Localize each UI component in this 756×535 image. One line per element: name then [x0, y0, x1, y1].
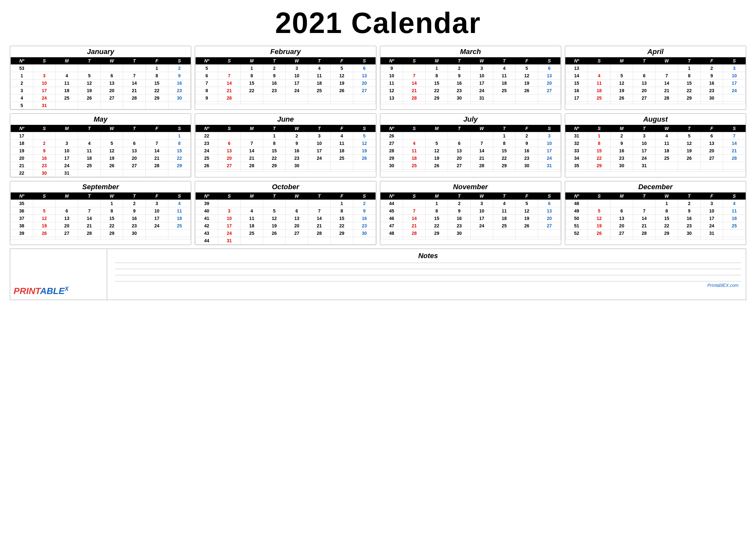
week-row: 1445678910 [565, 72, 745, 80]
day-cell [308, 200, 331, 207]
day-cell: 1 [656, 200, 678, 207]
col-header-2: M [240, 125, 263, 132]
day-cell [588, 169, 610, 172]
week-num: 48 [565, 200, 588, 207]
day-cell: 8 [588, 140, 610, 147]
day-cell: 18 [240, 222, 263, 230]
day-cell [723, 102, 746, 104]
day-cell: 14 [78, 215, 100, 222]
day-cell [353, 169, 376, 172]
day-cell: 25 [168, 222, 191, 230]
day-cell: 7 [633, 207, 656, 215]
day-cell [633, 200, 656, 207]
day-cell: 23 [448, 222, 471, 230]
day-cell: 23 [610, 155, 633, 162]
day-cell [123, 65, 146, 72]
month-block-july: JulyNºSMTWTFS261232745678910281112131415… [380, 113, 561, 178]
day-cell [425, 102, 448, 104]
day-cell: 11 [56, 80, 78, 87]
week-row: 311234567 [565, 132, 745, 140]
col-header-1: S [33, 57, 56, 65]
day-cell: 15 [678, 80, 701, 87]
day-cell: 3 [33, 72, 56, 80]
day-cell [168, 102, 191, 109]
week-row: 236789101112 [196, 140, 376, 147]
col-header-1: S [33, 125, 56, 132]
day-cell: 19 [516, 80, 538, 87]
col-header-7: S [168, 125, 191, 132]
day-cell [146, 132, 168, 140]
day-cell: 10 [146, 207, 168, 215]
col-header-2: M [425, 192, 448, 200]
day-cell: 17 [218, 222, 240, 230]
day-cell: 11 [656, 140, 678, 147]
day-cell: 14 [723, 140, 746, 147]
col-header-6: F [146, 57, 168, 65]
day-cell: 19 [78, 87, 100, 95]
day-cell [353, 237, 376, 244]
day-cell: 13 [218, 147, 240, 155]
day-cell: 4 [56, 72, 78, 80]
day-cell [146, 169, 168, 177]
week-num: 21 [11, 162, 33, 169]
day-cell: 3 [471, 200, 493, 207]
week-num: 26 [380, 132, 403, 140]
week-num: 39 [196, 200, 218, 207]
day-cell: 12 [33, 215, 56, 222]
week-num [380, 102, 403, 104]
month-block-august: AugustNºSMTWTFS3112345673289101112131433… [565, 113, 746, 178]
day-cell: 24 [285, 87, 308, 95]
printablex-credit: PrintablEX.com [115, 283, 741, 288]
col-header-2: M [425, 125, 448, 132]
day-cell: 3 [56, 140, 78, 147]
col-header-2: M [610, 192, 633, 200]
day-cell [493, 169, 516, 172]
logo-area: PRINTABLEX [10, 249, 107, 299]
day-cell: 21 [240, 155, 263, 162]
week-num: 30 [380, 162, 403, 169]
day-cell [146, 230, 168, 237]
day-cell: 20 [285, 222, 308, 230]
cal-table-august: NºSMTWTFS3112345673289101112131433151617… [565, 125, 746, 172]
month-name-may: May [10, 114, 191, 125]
day-cell: 12 [100, 147, 123, 155]
week-num: 40 [196, 207, 218, 215]
day-cell: 18 [331, 147, 353, 155]
day-cell: 31 [33, 102, 56, 109]
col-header-2: M [56, 125, 78, 132]
day-cell: 7 [78, 207, 100, 215]
day-cell: 23 [678, 222, 701, 230]
day-cell: 31 [56, 169, 78, 177]
month-block-february: FebruaryNºSMTWTFS51234566789101112137141… [195, 45, 376, 110]
week-num: 22 [196, 132, 218, 140]
col-header-0: Nº [565, 57, 588, 65]
day-cell: 13 [123, 147, 146, 155]
day-cell: 27 [353, 87, 376, 95]
month-block-may: MayNºSMTWTFS1711823456781991011121314152… [10, 113, 191, 178]
day-cell: 2 [448, 65, 471, 72]
col-header-5: T [308, 125, 331, 132]
day-cell: 24 [538, 155, 561, 162]
week-num: 53 [11, 65, 33, 72]
day-cell [285, 95, 308, 102]
week-row: 2413141516171819 [196, 147, 376, 155]
day-cell [33, 237, 56, 239]
day-cell [448, 237, 471, 239]
day-cell: 18 [308, 80, 331, 87]
day-cell [425, 169, 448, 172]
day-cell: 9 [448, 72, 471, 80]
day-cell [656, 169, 678, 172]
col-header-0: Nº [196, 125, 218, 132]
day-cell: 21 [656, 87, 678, 95]
col-header-7: S [538, 192, 561, 200]
day-cell: 1 [588, 132, 610, 140]
day-cell [633, 65, 656, 72]
week-num: 23 [196, 140, 218, 147]
day-cell: 20 [538, 80, 561, 87]
day-cell: 13 [538, 207, 561, 215]
month-name-september: September [10, 182, 191, 192]
day-cell: 9 [263, 72, 286, 80]
week-num: 39 [11, 230, 33, 237]
day-cell [678, 162, 701, 169]
day-cell: 3 [285, 65, 308, 72]
